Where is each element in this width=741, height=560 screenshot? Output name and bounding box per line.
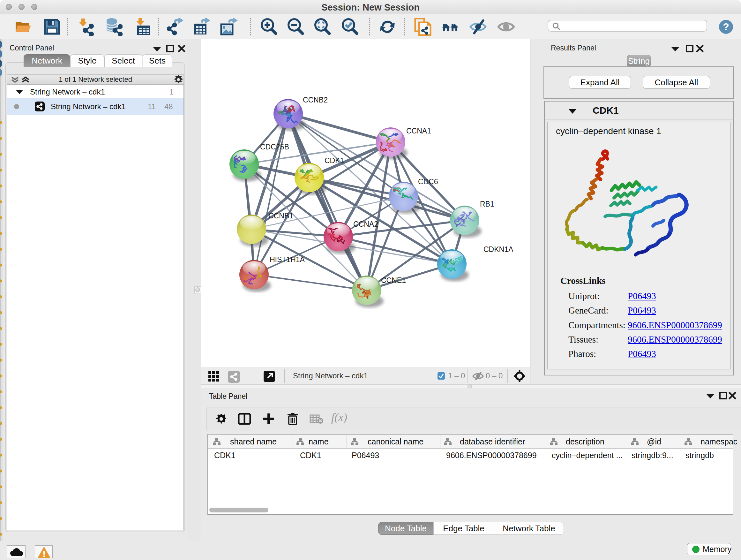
svg-text:HIST1H1A: HIST1H1A	[270, 255, 305, 264]
svg-text:CDC25B: CDC25B	[260, 143, 289, 151]
svg-text:CDKN1A: CDKN1A	[483, 245, 514, 253]
svg-text:CCNA2: CCNA2	[353, 220, 378, 228]
svg-text:CCNA1: CCNA1	[406, 127, 431, 135]
svg-text:CDC6: CDC6	[418, 178, 438, 186]
svg-text:?: ?	[723, 21, 729, 33]
svg-text:CCNB2: CCNB2	[303, 96, 328, 104]
svg-text:RB1: RB1	[480, 200, 494, 208]
svg-text:CCNE1: CCNE1	[381, 276, 406, 285]
svg-text:CCNB1: CCNB1	[268, 212, 293, 220]
svg-text:CDK1: CDK1	[325, 157, 344, 165]
